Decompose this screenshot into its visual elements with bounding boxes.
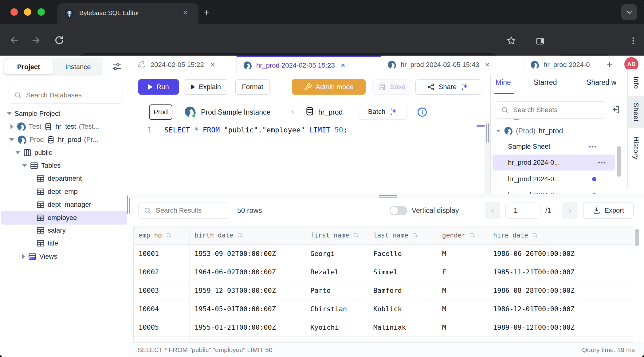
cell[interactable]: 10003 [134,281,190,300]
editor-minimap[interactable] [476,121,485,193]
cell[interactable]: 1953-09-02T00:00:00Z [190,245,305,263]
sheet-item-partial[interactable]: hr_prod 2024-0... ••• [491,120,621,123]
info-circle-icon[interactable] [417,107,428,119]
forward-button[interactable] [31,35,41,47]
batch-button[interactable]: Batch [359,104,407,120]
cell[interactable]: Kyoichi [305,318,368,336]
sheet-item-menu[interactable]: ••• [598,159,606,166]
close-icon[interactable]: ✕ [485,61,490,69]
next-page-button[interactable]: › [562,202,578,219]
tree-item-project[interactable]: Sample Project [0,107,129,120]
cell[interactable]: Chirstian [305,300,368,318]
cell[interactable]: 10001 [134,245,190,263]
share-button[interactable]: Share [415,79,481,95]
sheet-search[interactable] [496,101,605,119]
cell[interactable]: Bezalel [305,263,368,281]
tree-item-tables-group[interactable]: Tables [0,159,129,172]
tree-item-table-selected[interactable]: employee [1,211,127,225]
cell[interactable]: M [437,318,488,336]
tree-item-table[interactable]: title [0,237,129,250]
side-panel-icon[interactable] [535,36,545,47]
breadcrumb-instance[interactable]: Prod Sample Instance [201,108,270,116]
caret-down-icon[interactable] [15,151,20,154]
sheet-item-menu[interactable]: ••• [589,143,597,150]
sheet-tab[interactable]: hr_prod 2024-0 [524,56,603,74]
cell[interactable]: 1955-01-21T00:00:00Z [190,318,305,336]
run-button[interactable]: Run [138,79,179,95]
page-number-input[interactable] [505,202,540,219]
cell[interactable]: 1986-08-28T00:00:00Z [488,281,603,300]
table-row[interactable]: 100031959-12-03T00:00:00ZPartoBamfordM19… [134,281,633,300]
sort-icon[interactable] [165,232,172,239]
caret-down-icon[interactable] [22,164,27,167]
table-row[interactable]: 100051955-01-21T00:00:00ZKyoichiMaliniak… [134,318,633,337]
cell[interactable]: M [437,245,488,263]
tab-shared[interactable]: Shared w [587,78,616,87]
cell[interactable]: 1964-06-02T00:00:00Z [190,263,305,281]
horizontal-splitter[interactable] [129,194,644,198]
sheet-item-menu[interactable]: ••• [589,120,597,120]
cell[interactable]: Bamford [368,281,437,300]
table-scrollbar[interactable] [635,229,639,246]
sheet-tab-active[interactable]: hr_prod 2024-02-05 15:23 ✕ [237,56,381,74]
tab-history[interactable]: History [628,128,644,168]
sheet-tab[interactable]: hr_prod 2024-02-05 15:43 ✕ [381,56,524,74]
splitter-handle[interactable] [379,195,397,198]
sheet-item-partial-bottom[interactable]: hr_prod 2024-0 [491,188,621,194]
cell[interactable]: M [437,300,488,318]
cell[interactable]: 10002 [134,263,190,281]
tree-item-table[interactable]: dept_manager [0,198,129,211]
cell[interactable]: Anneke [305,337,368,343]
results-search[interactable] [138,202,229,219]
sheet-search-input[interactable] [512,106,597,114]
caret-down-icon[interactable] [9,138,14,141]
cell[interactable]: 1959-12-03T00:00:00Z [190,281,305,300]
cell[interactable]: Facello [368,245,437,263]
ai-sparkles-icon[interactable] [460,82,469,92]
panel-resize-handle[interactable] [485,124,490,143]
caret-right-icon[interactable] [22,254,25,259]
back-button[interactable] [9,35,20,47]
sort-icon[interactable] [411,232,419,239]
prev-page-button[interactable]: ‹ [485,202,500,219]
collapse-panel-icon[interactable] [611,105,620,116]
cell[interactable]: 1986-06-26T00:00:00Z [488,245,603,263]
column-header[interactable]: hire_date [488,226,603,244]
tree-item-table[interactable]: department [0,172,129,185]
cell[interactable]: 1953-04-20T00:00:00Z [190,337,305,343]
cell[interactable]: 1989-09-12T00:00:00Z [488,318,603,336]
cell[interactable]: F [437,337,488,343]
table-row-partial[interactable]: 100061953-04-20T00:00:00ZAnnekePreusigF1… [134,337,633,343]
cell[interactable]: Maliniak [368,318,437,336]
admin-mode-button[interactable]: Admin mode [292,79,366,95]
breadcrumb-database[interactable]: hr_prod [318,108,343,116]
cell[interactable]: F [437,263,488,281]
column-header[interactable]: birth_date [190,226,305,244]
tab-mine[interactable]: Mine [496,78,511,87]
new-sheet-button[interactable]: + [607,59,613,71]
format-button[interactable]: Format [235,79,270,95]
reload-button[interactable] [54,35,65,47]
cell[interactable]: Koblick [368,300,437,318]
sheet-item[interactable]: hr_prod 2024-0... [491,172,621,186]
environment-chip[interactable]: Prod [149,104,172,120]
browser-tab-close-icon[interactable]: ✕ [183,9,188,17]
caret-down-icon[interactable] [496,130,501,132]
close-icon[interactable]: ✕ [340,62,346,69]
explain-button[interactable]: Explain [184,79,228,95]
tab-info[interactable]: Info [628,69,644,96]
sql-code-line[interactable]: SELECT * FROM "public"."employee" LIMIT … [164,126,348,134]
sheet-item-selected[interactable]: hr_prod 2024-0... ••• [493,155,615,171]
sort-icon[interactable] [531,232,539,239]
tab-starred[interactable]: Starred [534,78,557,87]
tree-item-table[interactable]: salary [0,224,129,237]
sidebar-resize-handle[interactable] [127,195,131,214]
save-button[interactable]: Save [372,79,411,95]
tree-item-views-group[interactable]: Views [0,250,129,263]
cell[interactable]: Parto [305,281,368,300]
tab-project[interactable]: Project [4,59,53,74]
caret-down-icon[interactable] [7,112,12,115]
sheet-group-row[interactable]: (Prod) hr_prod [491,124,621,138]
column-header[interactable]: emp_no [134,226,190,244]
sheet-tab[interactable]: 2024-02-05 15:22 ✕ [133,56,237,74]
